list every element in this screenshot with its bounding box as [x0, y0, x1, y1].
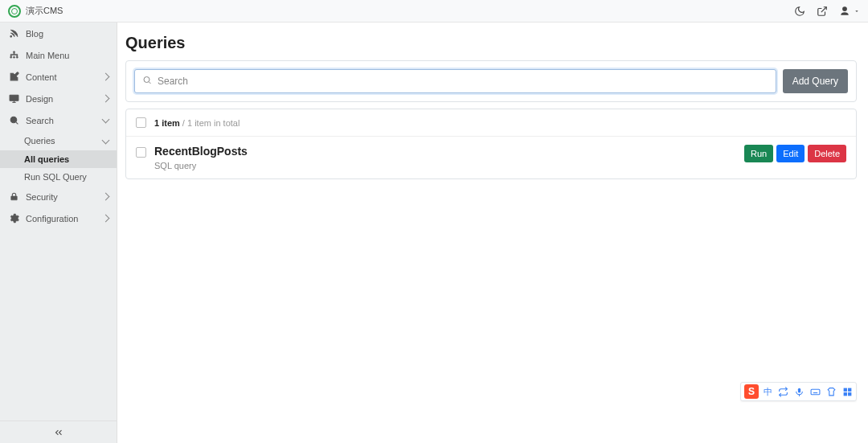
list-count: 1 item	[154, 118, 180, 128]
add-query-button[interactable]: Add Query	[783, 69, 848, 93]
gear-icon	[8, 213, 19, 224]
svg-rect-6	[10, 95, 18, 100]
sidebar-item-label: Content	[26, 72, 57, 82]
svg-rect-22	[848, 388, 851, 391]
ime-badge-icon: S	[744, 384, 759, 399]
svg-point-2	[13, 51, 14, 53]
svg-line-0	[821, 6, 826, 11]
rss-icon	[8, 28, 19, 39]
svg-rect-24	[848, 392, 851, 396]
list-count-total: / 1 item in total	[180, 118, 240, 128]
svg-point-4	[13, 56, 14, 58]
svg-point-9	[10, 117, 17, 123]
topbar-brand[interactable]: 演示CMS	[8, 5, 63, 18]
sidebar-item-blog[interactable]: Blog	[0, 23, 117, 44]
page-title: Queries	[125, 34, 857, 52]
row-title[interactable]: RecentBlogPosts	[154, 145, 248, 158]
svg-point-12	[144, 77, 149, 83]
svg-rect-21	[843, 388, 846, 391]
svg-point-5	[16, 56, 18, 58]
ime-lang[interactable]: 中	[764, 386, 772, 398]
topbar: 演示CMS	[0, 0, 868, 23]
sidebar-item-main-menu[interactable]: Main Menu	[0, 44, 117, 66]
sidebar-item-configuration[interactable]: Configuration	[0, 207, 117, 229]
sidebar-item-security[interactable]: Security	[0, 186, 117, 207]
list-header: 1 item / 1 item in total	[126, 109, 856, 137]
logo-icon	[8, 5, 21, 18]
dark-mode-icon[interactable]	[794, 6, 805, 17]
delete-button[interactable]: Delete	[808, 145, 846, 162]
ime-swap-icon[interactable]	[777, 386, 788, 397]
lock-icon	[8, 191, 19, 203]
main-content: Queries Add Query 1 item / 1 item in tot…	[117, 23, 868, 443]
search-icon	[8, 115, 19, 126]
sidebar-subsub-run-sql[interactable]: Run SQL Query	[0, 168, 117, 186]
svg-rect-15	[811, 389, 820, 395]
sidebar-subsub-all-queries[interactable]: All queries	[0, 150, 117, 168]
edit-button[interactable]: Edit	[776, 145, 805, 162]
sidebar-item-label: Design	[26, 94, 53, 104]
ime-grid-icon[interactable]	[841, 386, 853, 397]
ime-toolbar[interactable]: S 中	[740, 382, 857, 401]
sidebar-item-design[interactable]: Design	[0, 88, 117, 109]
row-subtitle: SQL query	[154, 161, 248, 170]
search-input[interactable]	[134, 69, 776, 93]
sidebar-item-label: Queries	[24, 136, 55, 146]
user-menu[interactable]	[839, 6, 860, 17]
ime-keyboard-icon[interactable]	[809, 386, 821, 397]
ime-mic-icon[interactable]	[793, 386, 805, 397]
external-link-icon[interactable]	[817, 6, 828, 17]
svg-rect-11	[10, 196, 17, 200]
sidebar-item-content[interactable]: Content	[0, 66, 117, 88]
sidebar-item-label: All queries	[24, 154, 69, 164]
sidebar-item-label: Blog	[26, 29, 43, 39]
sidebar-item-label: Run SQL Query	[24, 172, 87, 182]
edit-icon	[8, 72, 19, 83]
ime-skin-icon[interactable]	[825, 386, 837, 397]
sidebar-item-label: Main Menu	[26, 51, 69, 60]
sidebar-item-search[interactable]: Search	[0, 109, 117, 131]
svg-line-13	[149, 82, 150, 84]
select-all-checkbox[interactable]	[136, 117, 146, 128]
svg-rect-23	[843, 392, 846, 396]
app-title: 演示CMS	[26, 5, 63, 17]
svg-point-1	[10, 35, 11, 37]
sidebar: Blog Main Menu Content Design Search	[0, 23, 117, 443]
sidebar-item-label: Configuration	[26, 214, 78, 224]
sidebar-item-label: Security	[26, 192, 58, 202]
table-row: RecentBlogPosts SQL query Run Edit Delet…	[126, 137, 856, 178]
sidebar-collapse-button[interactable]	[0, 420, 117, 443]
sidebar-item-label: Search	[26, 116, 54, 125]
search-card: Add Query	[125, 60, 857, 102]
row-checkbox[interactable]	[136, 147, 146, 158]
monitor-icon	[8, 93, 19, 105]
svg-point-3	[10, 56, 11, 58]
query-list: 1 item / 1 item in total RecentBlogPosts…	[125, 109, 857, 179]
run-button[interactable]: Run	[744, 145, 773, 162]
search-icon	[142, 76, 152, 88]
svg-line-10	[16, 122, 18, 124]
sitemap-icon	[8, 50, 19, 61]
sidebar-sub-queries[interactable]: Queries	[0, 131, 117, 150]
